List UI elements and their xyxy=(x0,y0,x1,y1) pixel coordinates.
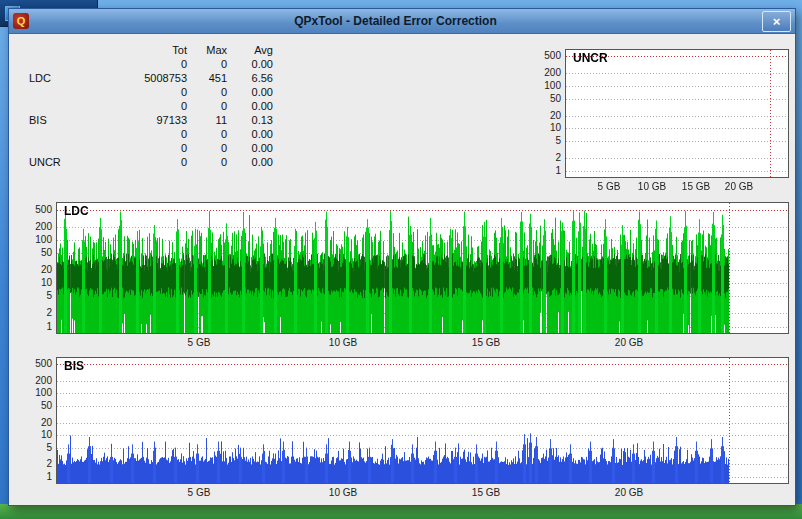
close-button[interactable]: × xyxy=(762,11,791,32)
uncr-data-canvas xyxy=(566,50,788,177)
x-tick-label: 20 GB xyxy=(615,337,643,348)
y-tick-label: 5 xyxy=(16,290,52,301)
stat-value-avg: 0.00 xyxy=(227,85,273,99)
y-tick-label: 200 xyxy=(16,375,52,386)
bis-data-canvas xyxy=(57,358,788,483)
stats-header-max: Max xyxy=(187,43,227,57)
y-tick-label: 500 xyxy=(525,50,561,61)
ldc-plot-area: LDC xyxy=(56,202,789,334)
stat-value-max: 0 xyxy=(187,99,227,113)
x-tick-label: 5 GB xyxy=(188,487,211,498)
x-tick-label: 10 GB xyxy=(638,181,666,192)
bis-chart: 500200100502010521BIS5 GB10 GB15 GB20 GB xyxy=(16,357,791,504)
y-tick-label: 50 xyxy=(525,93,561,104)
y-tick-label: 10 xyxy=(16,277,52,288)
y-tick-label: 2 xyxy=(525,152,561,163)
x-tick-label: 10 GB xyxy=(329,487,357,498)
stat-row-label xyxy=(29,57,81,71)
y-tick-label: 200 xyxy=(525,67,561,78)
stat-row-label xyxy=(29,141,81,155)
stat-value-max: 451 xyxy=(187,71,227,85)
y-tick-label: 1 xyxy=(16,321,52,332)
stat-row-label xyxy=(29,99,81,113)
y-tick-label: 5 xyxy=(525,135,561,146)
stat-value-avg: 0.00 xyxy=(227,57,273,71)
x-tick-label: 20 GB xyxy=(725,181,753,192)
stat-value-avg: 6.56 xyxy=(227,71,273,85)
stat-row-label: BIS xyxy=(29,113,81,127)
y-tick-label: 5 xyxy=(16,442,52,453)
y-tick-label: 1 xyxy=(16,471,52,482)
stat-row-label xyxy=(29,85,81,99)
error-stats-table: TotMaxAvg000.00LDC50087534516.56000.0000… xyxy=(29,43,273,169)
x-tick-label: 10 GB xyxy=(329,337,357,348)
y-tick-label: 2 xyxy=(16,307,52,318)
stats-header-spacer xyxy=(29,43,81,57)
stat-value-tot: 0 xyxy=(81,99,187,113)
y-tick-label: 2 xyxy=(16,458,52,469)
stat-value-tot: 0 xyxy=(81,85,187,99)
stat-value-avg: 0.00 xyxy=(227,99,273,113)
x-tick-label: 20 GB xyxy=(615,487,643,498)
y-tick-label: 200 xyxy=(16,221,52,232)
uncr-chart-title: UNCR xyxy=(573,51,608,65)
stat-value-max: 0 xyxy=(187,57,227,71)
bis-chart-title: BIS xyxy=(64,359,84,373)
y-tick-label: 100 xyxy=(16,234,52,245)
y-tick-label: 100 xyxy=(16,387,52,398)
y-tick-label: 50 xyxy=(16,247,52,258)
x-tick-label: 5 GB xyxy=(598,181,621,192)
stat-value-max: 0 xyxy=(187,141,227,155)
y-tick-label: 20 xyxy=(16,417,52,428)
stat-value-max: 0 xyxy=(187,127,227,141)
uncr-chart: 500200100502010521UNCR5 GB10 GB15 GB20 G… xyxy=(525,49,791,198)
close-icon: × xyxy=(773,15,781,28)
y-tick-label: 100 xyxy=(525,80,561,91)
stat-value-max: 0 xyxy=(187,155,227,169)
ldc-data-canvas xyxy=(57,203,788,333)
y-tick-label: 20 xyxy=(525,110,561,121)
stat-value-max: 0 xyxy=(187,85,227,99)
stat-value-avg: 0.13 xyxy=(227,113,273,127)
y-tick-label: 20 xyxy=(16,264,52,275)
qpxtool-window: Q QPxTool - Detailed Error Correction × … xyxy=(8,8,796,506)
ldc-chart: 500200100502010521LDC5 GB10 GB15 GB20 GB xyxy=(16,202,791,354)
desktop-grass xyxy=(0,504,802,519)
stat-value-max: 11 xyxy=(187,113,227,127)
y-tick-label: 500 xyxy=(16,204,52,215)
stats-header-avg: Avg xyxy=(227,43,273,57)
stat-row-label xyxy=(29,127,81,141)
stat-row-label: LDC xyxy=(29,71,81,85)
window-titlebar[interactable]: Q QPxTool - Detailed Error Correction × xyxy=(9,9,795,34)
bis-plot-area: BIS xyxy=(56,357,789,484)
uncr-plot-area: UNCR xyxy=(565,49,789,178)
stat-value-avg: 0.00 xyxy=(227,155,273,169)
x-tick-label: 15 GB xyxy=(682,181,710,192)
y-tick-label: 50 xyxy=(16,400,52,411)
stat-value-tot: 5008753 xyxy=(81,71,187,85)
x-tick-label: 15 GB xyxy=(472,487,500,498)
stat-value-tot: 0 xyxy=(81,141,187,155)
y-tick-label: 500 xyxy=(16,358,52,369)
stats-header-tot: Tot xyxy=(81,43,187,57)
stat-value-avg: 0.00 xyxy=(227,141,273,155)
stat-value-avg: 0.00 xyxy=(227,127,273,141)
window-title: QPxTool - Detailed Error Correction xyxy=(29,14,762,28)
stat-value-tot: 0 xyxy=(81,57,187,71)
app-icon: Q xyxy=(13,13,29,29)
window-client-area: TotMaxAvg000.00LDC50087534516.56000.0000… xyxy=(9,33,795,505)
y-tick-label: 10 xyxy=(16,429,52,440)
stat-row-label: UNCR xyxy=(29,155,81,169)
stat-value-tot: 0 xyxy=(81,127,187,141)
x-tick-label: 15 GB xyxy=(472,337,500,348)
stat-value-tot: 0 xyxy=(81,155,187,169)
app-icon-letter: Q xyxy=(17,15,26,27)
ldc-chart-title: LDC xyxy=(64,204,89,218)
x-tick-label: 5 GB xyxy=(188,337,211,348)
y-tick-label: 10 xyxy=(525,122,561,133)
y-tick-label: 1 xyxy=(525,165,561,176)
stat-value-tot: 97133 xyxy=(81,113,187,127)
